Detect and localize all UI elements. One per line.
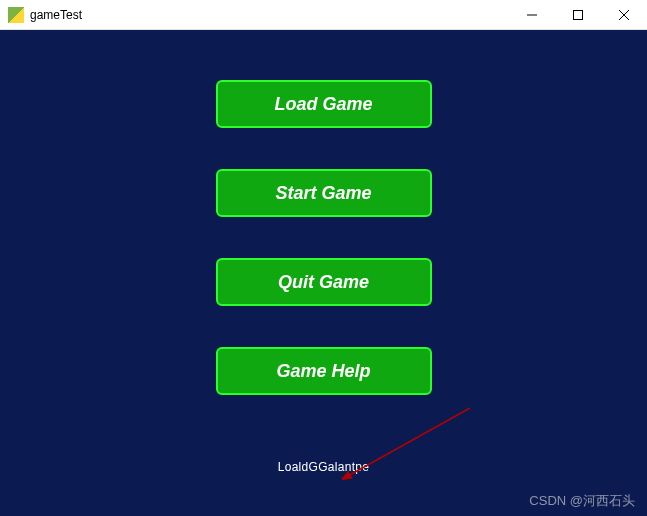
game-help-button[interactable]: Game Help (216, 347, 432, 395)
start-game-button[interactable]: Start Game (216, 169, 432, 217)
quit-game-label: Quit Game (278, 272, 369, 293)
watermark-text: CSDN @河西石头 (529, 492, 635, 510)
load-game-button[interactable]: Load Game (216, 80, 432, 128)
start-game-label: Start Game (275, 183, 371, 204)
annotation-arrow-icon (342, 406, 472, 486)
window-controls (509, 0, 647, 29)
svg-rect-1 (574, 10, 583, 19)
minimize-button[interactable] (509, 0, 555, 29)
quit-game-button[interactable]: Quit Game (216, 258, 432, 306)
app-icon (8, 7, 24, 23)
close-button[interactable] (601, 0, 647, 29)
load-game-label: Load Game (274, 94, 372, 115)
game-help-label: Game Help (276, 361, 370, 382)
overlapped-status-text: LoaldGGalantpe (278, 460, 370, 474)
window-title: gameTest (30, 8, 509, 22)
maximize-button[interactable] (555, 0, 601, 29)
window-titlebar: gameTest (0, 0, 647, 30)
game-menu-area: Load Game Start Game Quit Game Game Help… (0, 30, 647, 516)
